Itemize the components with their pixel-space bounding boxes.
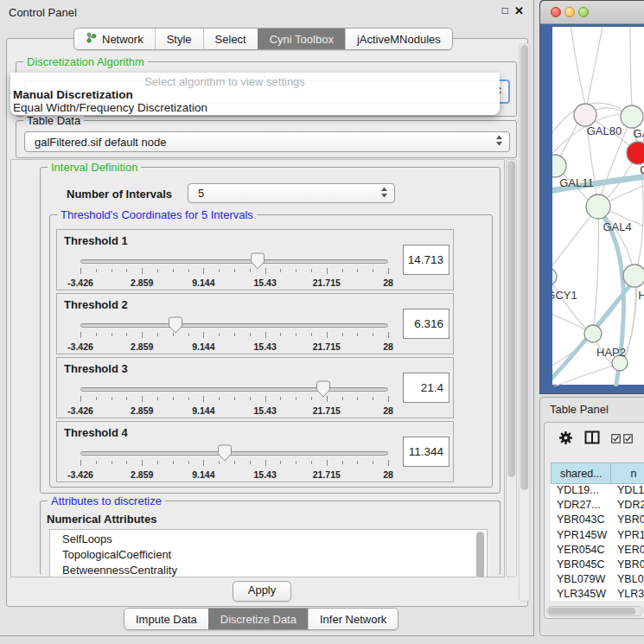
apply-button[interactable]: Apply [233,581,291,602]
tab-jactivemnodules[interactable]: jActiveMNodules [345,29,452,49]
threshold-slider[interactable]: -3.4262.8599.14415.4321.71528 [80,443,388,481]
node-label-gal4: GAL4 [603,220,631,233]
table-panel-title: Table Panel [550,403,609,416]
table-row[interactable]: YBR043CYBR0 [551,513,644,528]
zoom-button[interactable] [578,7,589,17]
node-label-gal80: GAL80 [587,124,622,137]
threshold-label: Threshold 4 [64,426,128,439]
group-title: Interval Definition [48,161,141,174]
gear-icon[interactable] [558,430,573,449]
tab-label: Impute Data [136,613,197,626]
threshold-value-field[interactable]: 21.4 [403,373,450,403]
slider-thumb[interactable] [251,252,265,273]
attribute-list-item[interactable]: BetweennessCentrality [50,563,487,577]
group-title: Attributes to discretize [48,494,165,507]
dropdown-option-equal-width[interactable]: Equal Width/Frequency Discretization [10,101,500,114]
column-header-name[interactable]: n [610,462,644,484]
table-header-row: shared... n [551,462,644,484]
slider-ticks [80,460,388,468]
threshold-label: Threshold 3 [64,362,128,375]
slider-track[interactable] [80,387,388,392]
table-row[interactable]: YER054CYER0 [551,544,644,558]
network-graph: GAL80 GA C GAL11 GAL4 GCY1 H HAP2 [552,27,644,386]
threshold-panel: Threshold 2 -3.4262.8599.14415.4321.7152… [56,293,454,354]
node-clipped-top-right[interactable] [621,105,643,128]
node-gal80[interactable] [574,104,596,126]
table-row[interactable]: YDL19...YDL1 [551,484,644,499]
combo-arrows-icon [495,135,503,150]
thresholds-group: Threshold's Coordinates for 5 Intervals … [49,214,493,488]
slider-thumb[interactable] [169,316,182,337]
attribute-list-item[interactable]: SelfLoops [50,532,487,547]
num-intervals-label: Number of Intervals [67,188,172,201]
tab-cyni-toolbox[interactable]: Cyni Toolbox [258,29,345,49]
table-horizontal-scrollbar[interactable] [546,606,643,616]
threshold-value-field[interactable]: 11.344 [403,437,450,467]
network-icon [86,32,97,46]
slider-track[interactable] [80,323,388,328]
tab-impute-data[interactable]: Impute Data [124,609,208,629]
tab-infer-network[interactable]: Infer Network [308,609,398,629]
numerical-attributes-list[interactable]: SelfLoopsTopologicalCoefficientBetweenne… [49,529,488,577]
node-hap2[interactable] [584,325,602,342]
combo-arrows-icon [380,186,388,201]
slider-track[interactable] [80,259,388,264]
node-gal11[interactable] [552,155,566,177]
threshold-slider[interactable]: -3.4262.8599.14415.4321.71528 [80,251,388,289]
group-title: Threshold's Coordinates for 5 Intervals [57,208,257,221]
dropdown-option-manual[interactable]: Manual Discretization [10,88,500,101]
network-canvas[interactable]: GAL80 GA C GAL11 GAL4 GCY1 H HAP2 [552,27,644,385]
checkbox-icon-2[interactable] [623,431,633,447]
table-row[interactable]: YDR27...YDR2 [551,499,644,513]
float-window-icon[interactable]: □ [502,4,508,16]
tab-select[interactable]: Select [203,29,258,49]
table-row[interactable]: YPR145WYPR1 [551,529,644,544]
slider-thumb[interactable] [316,380,330,401]
checkbox-icon-1[interactable] [611,431,621,447]
split-columns-icon[interactable] [584,430,600,448]
tab-network[interactable]: Network [74,29,155,49]
close-button[interactable] [551,7,561,17]
node-table[interactable]: shared... n YDL19...YDL1YDR27...YDR2YBR0… [551,462,644,601]
attributes-scrollbar[interactable] [475,532,485,577]
algorithm-dropdown-popup: Select algorithm to view settings Manual… [10,73,500,115]
table-row[interactable]: YBR045CYBR0 [551,558,644,573]
threshold-panel: Threshold 1 -3.4262.8599.14415.4321.7152… [56,229,454,290]
slider-thumb[interactable] [218,444,232,465]
tab-label: Cyni Toolbox [270,33,334,46]
node-red-selected[interactable] [627,142,644,164]
tab-label: Discretize Data [220,613,296,626]
node-h[interactable] [623,265,644,287]
column-header-shared-name[interactable]: shared... [551,462,610,484]
group-title: Table Data [23,114,84,127]
table-row[interactable]: YBL079WYBL0 [551,573,644,588]
num-intervals-combobox[interactable]: 5 [188,183,395,203]
tab-label: jActiveMNodules [357,33,441,46]
combo-value: 5 [198,184,204,202]
threshold-value-field[interactable]: 6.316 [403,309,450,339]
tab-style[interactable]: Style [155,29,203,49]
node-label-clipped-c: C [640,163,644,176]
node-label-gcy1: GCY1 [552,289,577,302]
node-gcy1[interactable] [552,268,557,285]
table-data-group: Table Data galFiltered.sif default node [16,120,517,158]
close-window-icon[interactable]: ✕ [514,4,524,17]
settings-scrollbar[interactable] [506,159,517,577]
network-window-titlebar[interactable] [540,1,644,24]
node-gal4[interactable] [586,194,610,219]
panel-scrollbar[interactable] [519,43,530,602]
minimize-button[interactable] [564,7,575,17]
slider-track[interactable] [80,451,388,456]
threshold-slider[interactable]: -3.4262.8599.14415.4321.71528 [80,315,388,353]
table-row[interactable]: YLR345WYLR3 [551,588,644,601]
threshold-value-field[interactable]: 14.713 [403,245,450,275]
tab-discretize-data[interactable]: Discretize Data [208,609,308,629]
cyni-toolbox-panel: Discretization Algorithm Select algorith… [6,38,528,607]
threshold-slider[interactable]: -3.4262.8599.14415.4321.71528 [80,379,388,417]
table-data-combobox[interactable]: galFiltered.sif default node [24,131,510,152]
attribute-list-item[interactable]: TopologicalCoefficient [50,547,487,563]
top-tab-bar: Network Style Select Cyni Toolbox jActiv… [73,28,453,50]
threshold-list: Threshold 1 -3.4262.8599.14415.4321.7152… [56,229,454,485]
settings-viewport: Interval Definition Number of Intervals … [10,159,505,577]
table-panel-content: shared... n YDL19...YDL1YDR27...YDR2YBR0… [544,422,644,619]
